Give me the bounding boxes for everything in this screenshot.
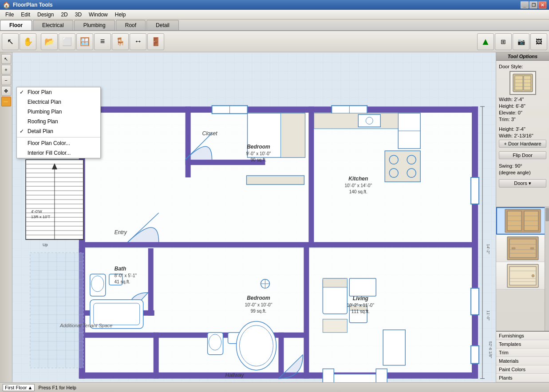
- door-style-label-row: Door Style:: [499, 64, 546, 69]
- menu-window[interactable]: Window: [85, 11, 111, 19]
- svg-text:13R x 10'T: 13R x 10'T: [31, 215, 51, 219]
- flip-door-button[interactable]: Flip Door: [499, 151, 546, 159]
- tab-plumbing[interactable]: Plumbing: [74, 20, 115, 30]
- svg-rect-77: [358, 114, 380, 127]
- app-title: FloorPlan Tools: [13, 2, 53, 8]
- door-thumb-1[interactable]: [496, 207, 549, 235]
- svg-rect-38: [148, 248, 154, 316]
- svg-text:14'-2": 14'-2": [486, 244, 490, 254]
- svg-rect-171: [530, 247, 534, 249]
- tool-floorplan-view[interactable]: ⊞: [495, 33, 512, 50]
- svg-rect-106: [383, 330, 405, 365]
- svg-text:Bath: Bath: [115, 266, 126, 272]
- svg-rect-41: [154, 333, 159, 379]
- svg-rect-105: [323, 369, 334, 382]
- titlebar: 🏠 FloorPlan Tools _ ❐ ✕: [0, 0, 549, 10]
- tool-door[interactable]: 🚪: [147, 33, 164, 50]
- width2-row: Width: 2'-13/16": [499, 133, 546, 138]
- door-hardware-button[interactable]: + Door Hardware: [499, 140, 546, 148]
- door-preview[interactable]: [510, 71, 536, 95]
- cat-templates[interactable]: Templates: [496, 340, 549, 349]
- side-tool-scroll[interactable]: │: [1, 97, 11, 106]
- svg-rect-34: [186, 106, 191, 177]
- menu-item-plumbing-plan[interactable]: Plumbing Plan: [17, 107, 100, 117]
- side-tool-pan[interactable]: ✥: [1, 86, 11, 96]
- svg-point-92: [237, 321, 276, 370]
- tool-dimension[interactable]: ↔: [130, 33, 146, 50]
- tabbar: Floor Electrical Plumbing Roof Detail: [0, 20, 549, 31]
- tab-floor[interactable]: Floor: [0, 20, 32, 30]
- floor-label: First Floor: [5, 385, 27, 390]
- menu-item-floor-plan[interactable]: Floor Plan: [17, 87, 100, 97]
- tab-electrical[interactable]: Electrical: [33, 20, 73, 30]
- svg-text:99 sq.ft.: 99 sq.ft.: [251, 309, 267, 314]
- menu-item-electrical-plan[interactable]: Electrical Plan: [17, 97, 100, 107]
- side-tool-zoom-out[interactable]: −: [1, 75, 11, 85]
- tab-detail[interactable]: Detail: [146, 20, 179, 30]
- tool-wall[interactable]: ⬜: [59, 33, 75, 50]
- tool-pan[interactable]: ✋: [20, 33, 36, 50]
- door-thumb-2[interactable]: [496, 235, 549, 262]
- svg-rect-33: [308, 242, 477, 247]
- svg-text:Additional Tenant Space: Additional Tenant Space: [59, 323, 113, 328]
- doors-dropdown-button[interactable]: Doors ▾: [499, 179, 546, 188]
- menu-item-interior-fill-color[interactable]: Interior Fill Color...: [17, 148, 100, 158]
- main-area: ↖ + − ✥ │: [0, 52, 549, 382]
- tool-window[interactable]: 🪟: [76, 33, 93, 50]
- restore-button[interactable]: ❐: [529, 1, 537, 8]
- tool-arrow[interactable]: ↖: [2, 33, 19, 50]
- swing-sub-row: (degree angle): [499, 170, 546, 175]
- svg-rect-84: [90, 274, 106, 296]
- cat-plants[interactable]: Plants: [496, 374, 549, 382]
- minimize-button[interactable]: _: [521, 1, 529, 8]
- door-thumbnails-scrollbar[interactable]: [545, 207, 549, 331]
- scrollbar-thumb[interactable]: [545, 208, 549, 221]
- close-button[interactable]: ✕: [538, 1, 546, 8]
- tool-3d-view[interactable]: ▲: [477, 33, 494, 50]
- trim-label: Trim: 3": [499, 117, 516, 122]
- menu-item-detail-plan[interactable]: Detail Plan: [17, 126, 100, 136]
- tab-roof[interactable]: Roof: [116, 20, 146, 30]
- statusbar: First Floor ▲ Press F1 for Help: [0, 382, 549, 392]
- tool-fixture[interactable]: 🪑: [112, 33, 129, 50]
- floor-select[interactable]: First Floor ▲: [3, 384, 35, 391]
- elevate-row: Elevate: 0": [499, 110, 546, 115]
- svg-rect-108: [280, 113, 305, 157]
- menu-3d[interactable]: 3D: [71, 11, 85, 19]
- cat-materials[interactable]: Materials: [496, 357, 549, 365]
- svg-rect-89: [208, 333, 223, 355]
- cat-trim[interactable]: Trim: [496, 349, 549, 357]
- side-tool-select[interactable]: ↖: [1, 54, 11, 64]
- svg-text:11'-0": 11'-0": [486, 310, 490, 321]
- svg-rect-32: [79, 242, 319, 247]
- cat-paint-colors[interactable]: Paint Colors: [496, 365, 549, 374]
- menu-2d[interactable]: 2D: [57, 11, 71, 19]
- canvas-area[interactable]: Up: [12, 52, 496, 382]
- svg-rect-79: [385, 151, 420, 182]
- width2-label: Width: 2'-13/16": [499, 133, 533, 138]
- swing-sub-label: (degree angle): [499, 170, 531, 175]
- swing-row: Swing: 90°: [499, 163, 546, 169]
- svg-text:10'-0" x 14'-0": 10'-0" x 14'-0": [345, 183, 372, 188]
- door-thumb-3[interactable]: [496, 262, 549, 290]
- menu-item-roofing-plan[interactable]: Roofing Plan: [17, 117, 100, 126]
- tool-stairs[interactable]: ≡: [94, 33, 111, 50]
- svg-rect-2: [79, 106, 478, 113]
- cat-furnishings[interactable]: Furnishings: [496, 332, 549, 340]
- svg-text:Closet: Closet: [202, 130, 218, 137]
- menu-design[interactable]: Design: [34, 11, 57, 19]
- dropdown-menu: Floor Plan Electrical Plan Plumbing Plan…: [16, 87, 101, 158]
- svg-text:10'-2" x 11'-0": 10'-2" x 11'-0": [347, 303, 375, 308]
- side-tool-zoom-in[interactable]: +: [1, 65, 11, 74]
- menu-help[interactable]: Help: [111, 11, 130, 19]
- width-label: Width: 2'-4": [499, 97, 524, 102]
- menu-file[interactable]: File: [2, 11, 17, 19]
- tool-options-header: Tool Options: [496, 52, 549, 61]
- menu-item-floor-plan-color[interactable]: Floor Plan Color...: [17, 138, 100, 148]
- svg-rect-76: [314, 113, 398, 129]
- menu-edit[interactable]: Edit: [17, 11, 34, 19]
- tool-render[interactable]: 🖼: [530, 33, 547, 50]
- svg-text:Living: Living: [353, 295, 369, 302]
- tool-camera[interactable]: 📷: [513, 33, 529, 50]
- tool-folder[interactable]: 📂: [41, 33, 58, 50]
